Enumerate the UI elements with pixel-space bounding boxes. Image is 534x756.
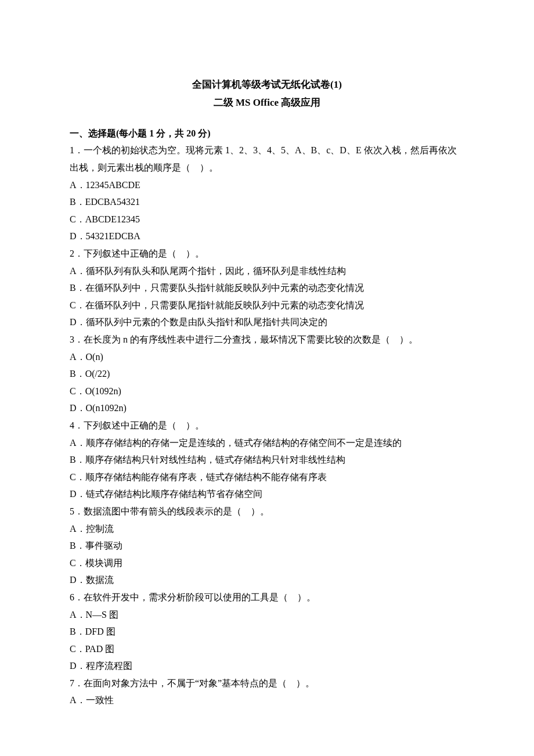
document-page: 全国计算机等级考试无纸化试卷(1) 二级 MS Office 高级应用 一、选择… [0,0,534,756]
question-option: C．顺序存储结构能存储有序表，链式存储结构不能存储有序表 [70,469,464,486]
question-option: B．EDCBA54321 [70,193,464,211]
questions-container: 1．一个栈的初始状态为空。现将元素 1、2、3、4、5、A、B、c、D、E 依次… [70,142,464,709]
question-option: A．顺序存储结构的存储一定是连续的，链式存储结构的存储空间不一定是连续的 [70,434,464,452]
question-option: B．事件驱动 [70,537,464,555]
question-option: A．12345ABCDE [70,177,464,194]
question-option: A．循环队列有队头和队尾两个指针，因此，循环队列是非线性结构 [70,262,464,280]
question-option: B．在循环队列中，只需要队头指针就能反映队列中元素的动态变化情况 [70,279,464,297]
question-stem: 7．在面向对象方法中，不属于“对象”基本特点的是（ ）。 [70,675,464,692]
question-option: D．程序流程图 [70,657,464,675]
question-stem: 6．在软件开发中，需求分析阶段可以使用的工具是（ ）。 [70,589,464,606]
question-stem: 2．下列叙述中正确的是（ ）。 [70,245,464,262]
question-option: A．N—S 图 [70,606,464,624]
question-option: D．数据流 [70,571,464,589]
question-option: D．链式存储结构比顺序存储结构节省存储空间 [70,485,464,503]
question-option: D．循环队列中元素的个数是由队头指针和队尾指针共同决定的 [70,314,464,331]
question-stem: 4．下列叙述中正确的是（ ）。 [70,417,464,434]
document-title: 全国计算机等级考试无纸化试卷(1) [70,75,464,93]
question-option: C．O(1092n) [70,383,464,400]
question-option: C．PAD 图 [70,640,464,658]
document-subtitle: 二级 MS Office 高级应用 [70,93,464,111]
question-option: A．一致性 [70,692,464,709]
question-option: C．在循环队列中，只需要队尾指针就能反映队列中元素的动态变化情况 [70,297,464,314]
question-stem: 3．在长度为 n 的有序线性表中进行二分查找，最坏情况下需要比较的次数是（ ）。 [70,331,464,348]
question-option: D．O(n1092n) [70,399,464,417]
question-option: A．控制流 [70,520,464,538]
question-option: B．DFD 图 [70,623,464,640]
question-option: A．O(n) [70,348,464,366]
question-option: C．ABCDE12345 [70,211,464,228]
question-option: B．顺序存储结构只针对线性结构，链式存储结构只针对非线性结构 [70,451,464,469]
section-heading: 一、选择题(每小题 1 分，共 20 分) [70,125,464,142]
question-option: D．54321EDCBA [70,228,464,245]
question-option: B．O(/22) [70,365,464,383]
question-stem: 1．一个栈的初始状态为空。现将元素 1、2、3、4、5、A、B、c、D、E 依次… [70,142,464,176]
question-option: C．模块调用 [70,555,464,572]
question-stem: 5．数据流图中带有箭头的线段表示的是（ ）。 [70,503,464,520]
